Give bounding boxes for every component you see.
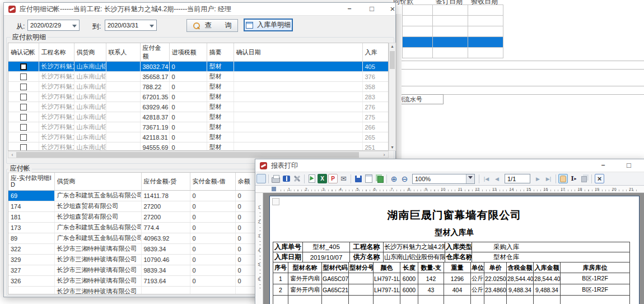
scrollbar-thumb[interactable] [16, 152, 359, 158]
column-header: 重量 [444, 262, 471, 273]
table-row[interactable]: 长沙万科魅力...山东南山铝业...67201.350型材283 [8, 92, 389, 102]
copy-icon[interactable] [580, 174, 589, 183]
close-button[interactable] [388, 4, 398, 13]
close-preview-icon[interactable] [595, 174, 604, 183]
cell: 窗外开内扇 [288, 284, 322, 296]
selected-row[interactable] [403, 37, 503, 48]
column-header[interactable]: 实付金额-借 [190, 173, 235, 190]
tools-icon[interactable] [292, 174, 302, 183]
zoom-in-icon[interactable] [389, 174, 399, 183]
column-header[interactable]: 应付金额-贷 [141, 173, 190, 190]
first-page-icon[interactable] [482, 174, 491, 183]
cell: 长沙万科魅力... [39, 112, 74, 122]
cell: 0 [190, 233, 235, 243]
page-setup-icon[interactable] [364, 174, 374, 183]
mail-icon[interactable] [339, 174, 348, 183]
scroll-up-icon[interactable]: ▴ [389, 44, 395, 49]
column-header: 单价 [484, 262, 507, 273]
cell: LH797-1LL [374, 284, 400, 296]
cell: 283 [362, 92, 389, 102]
column-header[interactable]: 确认日期 [234, 43, 362, 62]
cell [561, 296, 630, 304]
page-number-input[interactable] [505, 174, 530, 183]
next-page-icon[interactable] [533, 174, 543, 183]
query-button[interactable]: 查 询 [186, 19, 238, 32]
book-icon[interactable] [282, 174, 291, 183]
column-header[interactable]: 联系人 [106, 43, 140, 62]
inbound-detail-button[interactable]: 入库单明细 [244, 19, 293, 31]
cell: 0 [190, 243, 235, 254]
column-header[interactable]: 应付金额 [140, 43, 169, 62]
checkbox[interactable] [20, 84, 27, 90]
column-header[interactable]: 供货商 [54, 173, 141, 190]
checkbox[interactable] [20, 124, 27, 131]
checkbox[interactable] [20, 134, 27, 141]
to-date-value: 2020/03/31 [108, 22, 138, 29]
multipage-icon[interactable] [375, 174, 384, 183]
cell: 型材 [207, 122, 234, 132]
print-icon[interactable] [271, 174, 281, 183]
zoom-out-icon[interactable] [400, 174, 409, 183]
from-date-combo[interactable]: 2020/02/29 [27, 20, 80, 31]
report-detail-table: 序号型材名称型材代码型材分号颜色长度数量-支重量单位单价含税金额入库金额库房库位… [273, 262, 630, 304]
scroll-right-icon[interactable]: › [381, 151, 388, 158]
table-row[interactable]: 长沙万科魅力...山东南山铝业...35658.170型材376 [8, 72, 389, 82]
column-header[interactable]: 确认记帐 [8, 43, 39, 62]
cell: 2019/10/07 [303, 252, 350, 262]
maximize-button[interactable] [367, 4, 377, 13]
table-row[interactable]: 长沙万科魅力...山东南山铝业...788.220型材358 [8, 82, 389, 92]
minimize-button[interactable] [598, 161, 608, 170]
cell: 28,544.40 [534, 273, 561, 284]
export-icon[interactable] [307, 174, 316, 183]
column-header[interactable]: 供货商 [74, 43, 106, 62]
pdf-icon[interactable] [328, 174, 338, 183]
column-header[interactable]: 摘要 [207, 43, 234, 62]
scrollbar-thumb[interactable] [390, 51, 395, 69]
checkbox[interactable] [20, 144, 27, 151]
checkbox[interactable] [20, 114, 27, 121]
scroll-down-icon[interactable]: ▾ [389, 145, 395, 150]
column-header: 含税金额 [507, 262, 534, 273]
preview-icon[interactable] [256, 174, 266, 183]
chevron-down-icon[interactable] [466, 174, 474, 183]
text-select-icon[interactable] [569, 174, 578, 183]
payable-titlebar[interactable]: 应付明细记帐------当前工程: 长沙万科魅力之城4.2期------当前用户… [4, 3, 395, 16]
report-titlebar[interactable]: 报表打印 [255, 159, 644, 172]
checkbox[interactable] [20, 104, 27, 110]
excel-icon[interactable] [318, 174, 327, 183]
last-page-icon[interactable] [544, 174, 553, 183]
bg-scroll-strip [396, 14, 402, 178]
cell: 322 [8, 243, 54, 254]
table-row[interactable]: 长沙万科魅力...山东南山铝业...94555.690型材251 [8, 142, 389, 151]
hand-tool-icon[interactable] [558, 174, 568, 183]
column-header[interactable]: 应-实付款明细ID [8, 173, 54, 190]
checkbox[interactable] [20, 73, 27, 80]
cell: B区-1R2F [561, 273, 630, 284]
table-row[interactable]: 长沙万科魅力...山东南山铝业...73671.190型材266 [8, 122, 389, 132]
minimize-button[interactable] [344, 4, 354, 13]
checkbox[interactable] [20, 63, 27, 70]
save-icon[interactable] [353, 174, 363, 183]
cell: 山东南山铝业... [74, 142, 106, 151]
ruler-number: 15 [520, 186, 538, 193]
to-date-combo[interactable]: 2020/03/31 [105, 20, 157, 31]
table-row [403, 16, 503, 26]
cell: 9,488.34 [507, 284, 534, 296]
table-row[interactable]: 长沙万科魅力...山东南山铝业...42818.370型材275 [8, 112, 389, 122]
checkbox[interactable] [20, 94, 27, 100]
table-row[interactable]: 长沙万科魅力...山东南山铝业...42118.310型材265 [8, 132, 389, 142]
column-header[interactable]: 入库 [362, 43, 389, 62]
table-row[interactable]: 长沙万科魅力...山东南山铝业...38032.740型材405 [8, 62, 389, 72]
scroll-left-icon[interactable]: ‹ [9, 151, 16, 158]
cell: 94555.69 [140, 142, 169, 151]
column-header[interactable]: 工程名称 [39, 43, 74, 62]
zoom-combo[interactable]: 100% [412, 174, 475, 184]
cell: 6000 [400, 273, 418, 284]
column-header[interactable]: 进项税额 [169, 43, 207, 62]
detail-horizontal-scrollbar[interactable]: ‹ › [8, 151, 389, 158]
prev-page-icon[interactable] [492, 174, 502, 183]
table-row[interactable]: 长沙万科魅力...山东南山铝业...63929.460型材276 [8, 102, 389, 112]
detail-vertical-scrollbar[interactable]: ▴ ▾ [389, 43, 396, 151]
cell: 40963.92 [141, 233, 190, 243]
maximize-button[interactable] [624, 161, 634, 170]
